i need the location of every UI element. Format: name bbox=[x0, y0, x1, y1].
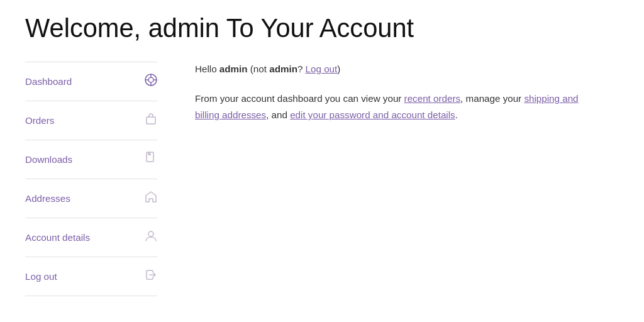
sidebar-item-logout[interactable]: Log out bbox=[25, 257, 157, 296]
hello-text: Hello admin (not admin? Log out) bbox=[195, 62, 619, 77]
sidebar: Dashboard Orders bbox=[25, 62, 157, 296]
page-title: Welcome, admin To Your Account bbox=[25, 13, 619, 44]
hello-not-username: admin bbox=[269, 64, 297, 74]
content-area: Dashboard Orders bbox=[25, 62, 619, 296]
sidebar-item-label-addresses: Addresses bbox=[25, 193, 70, 204]
sidebar-item-account-details[interactable]: Account details bbox=[25, 218, 157, 257]
description-text: From your account dashboard you can view… bbox=[195, 91, 604, 123]
hello-username: admin bbox=[219, 64, 248, 74]
sidebar-item-downloads[interactable]: Downloads bbox=[25, 140, 157, 179]
downloads-icon bbox=[146, 152, 157, 167]
main-content: Hello admin (not admin? Log out) From yo… bbox=[157, 62, 619, 296]
svg-rect-6 bbox=[147, 117, 155, 124]
sidebar-item-label-account-details: Account details bbox=[25, 232, 90, 243]
dashboard-icon bbox=[145, 74, 157, 89]
account-details-icon bbox=[145, 230, 157, 245]
sidebar-item-label-orders: Orders bbox=[25, 115, 54, 126]
recent-orders-link[interactable]: recent orders bbox=[404, 93, 460, 104]
sidebar-item-dashboard[interactable]: Dashboard bbox=[25, 62, 157, 101]
svg-point-1 bbox=[148, 77, 153, 82]
sidebar-item-label-downloads: Downloads bbox=[25, 154, 72, 165]
svg-point-8 bbox=[148, 231, 153, 236]
logout-icon bbox=[145, 269, 157, 284]
sidebar-item-label-logout: Log out bbox=[25, 271, 57, 282]
logout-link[interactable]: Log out bbox=[306, 64, 338, 74]
sidebar-item-label-dashboard: Dashboard bbox=[25, 76, 72, 87]
addresses-icon bbox=[145, 191, 157, 206]
edit-password-link[interactable]: edit your password and account details bbox=[290, 109, 455, 120]
sidebar-item-addresses[interactable]: Addresses bbox=[25, 179, 157, 218]
orders-icon bbox=[145, 113, 157, 128]
sidebar-item-orders[interactable]: Orders bbox=[25, 101, 157, 140]
